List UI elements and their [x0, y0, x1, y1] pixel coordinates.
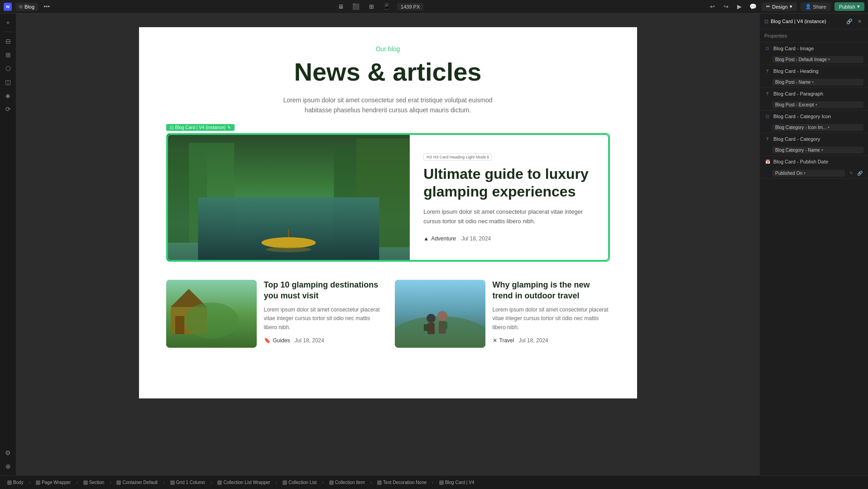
- breadcrumb-sep-2: ›: [76, 480, 77, 485]
- svg-rect-12: [175, 316, 184, 334]
- prop-name-publish-date: Blog Card - Publish Date: [773, 159, 863, 164]
- featured-card-label[interactable]: ⊡ Blog Card | V4 (instance) ✎: [166, 124, 235, 131]
- canvas-scroll[interactable]: Affects all resolutions Our blog News & …: [16, 14, 759, 475]
- prop-dropdown-image-arrow: ▾: [828, 58, 830, 62]
- desktop-icon[interactable]: 🖥: [336, 2, 345, 12]
- top-bar-left: W Blog •••: [4, 2, 52, 12]
- redo-icon[interactable]: ↪: [721, 2, 731, 12]
- prop-sub-row-heading[interactable]: Blog Post - Name ▾: [760, 77, 868, 87]
- panel-title-text: Blog Card | V4 (instance): [771, 19, 826, 24]
- prop-row-publish-date[interactable]: 📅 Blog Card - Publish Date: [760, 156, 868, 168]
- prop-row-image[interactable]: ⊡ Blog Card - Image: [760, 43, 868, 54]
- breadcrumb-container[interactable]: Container Default: [114, 479, 160, 486]
- prop-dropdown-publish-date-text: Published On: [775, 171, 802, 176]
- tab-label: Blog: [24, 4, 34, 10]
- canvas-relative: Affects all resolutions Our blog News & …: [139, 27, 637, 398]
- webflow-logo[interactable]: W: [4, 3, 12, 11]
- top-bar-center: 🖥 ⬛ ⊞ 📱 1439 PX: [336, 2, 423, 12]
- right-panel: ⊡ Blog Card | V4 (instance) 🔗 ✕ Properti…: [759, 14, 868, 475]
- svg-rect-17: [427, 323, 435, 334]
- prop-row-category[interactable]: T Blog Card - Category: [760, 133, 868, 145]
- frame-icon[interactable]: ⊞: [366, 2, 376, 12]
- sidebar-icon-add[interactable]: +: [2, 16, 14, 29]
- prop-sub-row-cat-icon[interactable]: Blog Category - Icon Im... ▾: [760, 122, 868, 133]
- undo-icon[interactable]: ↩: [707, 2, 717, 12]
- sidebar-icon-assets[interactable]: ◫: [2, 76, 14, 88]
- prop-dropdown-paragraph[interactable]: Blog Post - Excerpt ▾: [772, 101, 863, 108]
- breadcrumb-collection-list[interactable]: Collection List: [280, 479, 319, 486]
- breadcrumb-body[interactable]: Body: [5, 479, 26, 486]
- breadcrumb-collection-item[interactable]: Collection Item: [326, 479, 368, 486]
- publish-button[interactable]: Publish ▾: [834, 2, 864, 11]
- sidebar-icon-pages[interactable]: ⊞: [2, 48, 14, 61]
- breadcrumb-collection-list-wrapper[interactable]: Collection List Wrapper: [215, 479, 273, 486]
- tablet-icon[interactable]: ⬛: [351, 2, 361, 12]
- more-icon[interactable]: •••: [42, 2, 52, 12]
- prop-dropdown-cat-icon-text: Blog Category - Icon Im...: [775, 125, 826, 130]
- prop-dropdown-image[interactable]: Blog Post - Default Image ▾: [772, 56, 863, 63]
- prop-row-heading[interactable]: T Blog Card - Heading: [760, 65, 868, 77]
- prop-row-paragraph[interactable]: T Blog Card - Paragraph: [760, 88, 868, 100]
- breadcrumb-grid[interactable]: Grid 1 Column: [168, 479, 208, 486]
- sidebar-icon-layers[interactable]: ⊟: [2, 35, 14, 48]
- prop-dropdown-publish-date-arrow: ▾: [804, 171, 806, 175]
- sidebar-icon-components[interactable]: ⬡: [2, 62, 14, 75]
- breadcrumb-sep-9: ›: [432, 480, 433, 485]
- prop-dropdown-heading[interactable]: Blog Post - Name ▾: [772, 79, 863, 86]
- publish-chevron: ▾: [857, 4, 860, 10]
- prop-name-paragraph: Blog Card - Paragraph: [773, 91, 863, 96]
- prop-dropdown-publish-date[interactable]: Published On ▾: [772, 170, 845, 177]
- sidebar-icon-settings[interactable]: ⚙: [2, 446, 14, 459]
- breadcrumb-sep-1: ›: [29, 480, 30, 485]
- canvas-inner: Affects all resolutions Our blog News & …: [16, 14, 759, 412]
- prop-name-category: Blog Card - Category: [773, 136, 863, 142]
- breadcrumb-section[interactable]: Section: [81, 479, 107, 486]
- card-content-1: Top 10 glamping destinations you must vi…: [264, 280, 381, 348]
- svg-rect-20: [424, 324, 428, 331]
- prop-sub-row-image[interactable]: Blog Post - Default Image ▾: [760, 54, 868, 65]
- cards-grid: Top 10 glamping destinations you must vi…: [166, 280, 610, 348]
- prop-date-edit-icon[interactable]: ✎: [848, 169, 855, 177]
- breadcrumb-blog-card[interactable]: Blog Card | V4: [436, 479, 477, 486]
- collection-list-wrapper-icon: [217, 480, 222, 485]
- prop-sub-row-paragraph[interactable]: Blog Post - Excerpt ▾: [760, 100, 868, 110]
- breadcrumb-collection-list-wrapper-label: Collection List Wrapper: [223, 480, 270, 485]
- card-date-1: Jul 18, 2024: [295, 337, 324, 344]
- prop-dropdown-category[interactable]: Blog Category - Name ▾: [772, 147, 863, 153]
- prop-date-link-icon[interactable]: 🔗: [856, 169, 863, 177]
- breadcrumb-text-decoration[interactable]: Text Decoration None: [374, 479, 429, 486]
- prop-text-icon-heading: T: [764, 68, 771, 74]
- breadcrumb-body-label: Body: [13, 480, 24, 485]
- breadcrumb-sep-7: ›: [322, 480, 323, 485]
- featured-card[interactable]: H3 H3 Card Heading Light Mode ℹ Ultimate…: [166, 133, 610, 262]
- featured-card-edit-icon[interactable]: ✎: [227, 125, 231, 130]
- sidebar-icon-styles[interactable]: ◈: [2, 89, 14, 102]
- prop-sub-row-publish-date[interactable]: Published On ▾ ✎ 🔗: [760, 168, 868, 178]
- blog-tagline: Our blog: [166, 45, 610, 53]
- card-image-2: [395, 280, 485, 348]
- prop-sub-row-category[interactable]: Blog Category - Name ▾: [760, 145, 868, 155]
- featured-card-label-text: Blog Card | V4 (instance): [175, 125, 226, 130]
- panel-link-icon[interactable]: 🔗: [845, 17, 854, 25]
- panel-close-icon[interactable]: ✕: [855, 17, 863, 25]
- blog-tab[interactable]: Blog: [15, 3, 38, 11]
- design-button[interactable]: ✏ Design ▾: [762, 2, 796, 11]
- prop-dropdown-cat-icon[interactable]: Blog Category - Icon Im... ▾: [772, 124, 863, 131]
- sidebar-icon-apps[interactable]: ⊕: [2, 460, 14, 473]
- share-button[interactable]: 👤 Share: [801, 2, 831, 11]
- prop-dropdown-paragraph-text: Blog Post - Excerpt: [775, 102, 814, 107]
- design-chevron: ▾: [790, 4, 792, 10]
- sidebar-icon-interactions[interactable]: ⟳: [2, 103, 14, 115]
- preview-icon[interactable]: ▶: [734, 2, 744, 12]
- blog-card-1[interactable]: Top 10 glamping destinations you must vi…: [166, 280, 381, 348]
- kayak-svg: [167, 134, 410, 261]
- comment-icon[interactable]: 💬: [748, 2, 758, 12]
- kayak-image-visual: [167, 134, 410, 261]
- blog-card-2[interactable]: Why glamping is the new trend in outdoor…: [395, 280, 610, 348]
- card-image-1: [166, 280, 257, 348]
- card-title-2: Why glamping is the new trend in outdoor…: [493, 280, 610, 301]
- breadcrumb-page-wrapper[interactable]: Page Wrapper: [33, 479, 73, 486]
- heading-info-icon: ℹ: [487, 155, 489, 159]
- phone-icon[interactable]: 📱: [382, 2, 392, 12]
- prop-row-cat-icon[interactable]: ⊡ Blog Card - Category Icon: [760, 110, 868, 122]
